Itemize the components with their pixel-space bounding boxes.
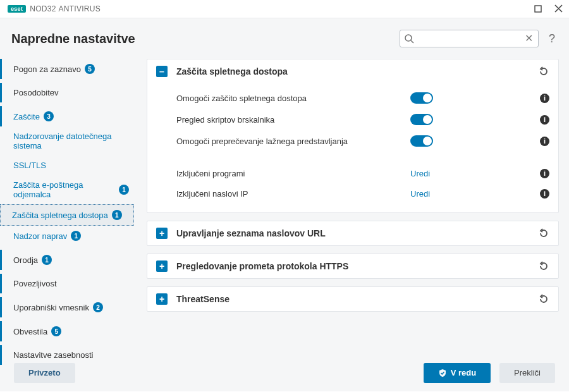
sidebar-item-web-access-protection[interactable]: Zaščita spletnega dostopa 1 bbox=[0, 204, 134, 226]
cancel-button[interactable]: Prekliči bbox=[499, 363, 555, 383]
panel-header-web-access[interactable]: – Zaščita spletnega dostopa bbox=[147, 59, 558, 83]
sidebar-item-update[interactable]: Posodobitev bbox=[0, 83, 134, 102]
row-excluded-ip: Izključeni naslovi IP Uredi i bbox=[176, 183, 549, 204]
default-button[interactable]: Privzeto bbox=[14, 363, 75, 383]
sidebar-item-label: Nastavitve zasebnosti bbox=[13, 350, 93, 360]
sidebar-item-notifications[interactable]: Obvestila 5 bbox=[0, 321, 134, 341]
sidebar-item-email-protection[interactable]: Zaščita e-poštnega odjemalca 1 bbox=[0, 175, 134, 204]
sidebar: Pogon za zaznavo 5 Posodobitev Zaščite 3… bbox=[0, 56, 139, 353]
info-icon[interactable]: i bbox=[540, 114, 549, 125]
expand-icon[interactable]: + bbox=[156, 293, 168, 305]
sidebar-item-detection-engine[interactable]: Pogon za zaznavo 5 bbox=[0, 59, 134, 79]
edit-excluded-ip-link[interactable]: Uredi bbox=[410, 189, 430, 199]
row-label: Izključeni programi bbox=[176, 169, 410, 178]
info-icon[interactable]: i bbox=[540, 93, 549, 103]
info-icon[interactable]: i bbox=[540, 168, 549, 178]
panel-header-https[interactable]: + Pregledovanje prometa protokola HTTPS bbox=[147, 254, 558, 278]
page-title: Napredne nastavitve bbox=[11, 32, 135, 46]
row-label: Izključeni naslovi IP bbox=[176, 189, 410, 199]
sidebar-item-label: Uporabniški vmesnik bbox=[13, 303, 89, 312]
sidebar-item-protections[interactable]: Zaščite 3 bbox=[0, 106, 134, 126]
row-label: Omogoči zaščito spletnega dostopa bbox=[176, 94, 410, 103]
revert-icon[interactable] bbox=[538, 228, 549, 239]
sidebar-item-label: Zaščite bbox=[13, 112, 40, 121]
search-box[interactable]: ✕ bbox=[400, 30, 539, 47]
sidebar-item-privacy-settings[interactable]: Nastavitve zasebnosti bbox=[0, 345, 134, 365]
maximize-button[interactable] bbox=[532, 3, 544, 15]
row-label: Omogoči preprečevanje lažnega predstavlj… bbox=[176, 137, 410, 146]
sidebar-badge: 1 bbox=[42, 255, 52, 265]
brand-product: NOD32 ANTIVIRUS bbox=[30, 4, 101, 13]
svg-rect-0 bbox=[535, 6, 541, 12]
help-button[interactable]: ? bbox=[546, 32, 558, 46]
content-area: – Zaščita spletnega dostopa Omogoči zašč… bbox=[139, 56, 569, 353]
title-bar: eset NOD32 ANTIVIRUS bbox=[0, 0, 569, 18]
sidebar-badge: 2 bbox=[93, 302, 103, 312]
sidebar-item-label: Orodja bbox=[13, 255, 38, 265]
brand-product-text: NOD32 bbox=[30, 4, 56, 13]
ok-button-label: V redu bbox=[451, 368, 476, 377]
toggle-enable-web-access[interactable] bbox=[410, 92, 433, 104]
panel-title: Pregledovanje prometa protokola HTTPS bbox=[176, 261, 348, 271]
header-right: ✕ ? bbox=[400, 30, 558, 47]
sidebar-badge: 3 bbox=[44, 111, 54, 121]
sidebar-item-label: Povezljivost bbox=[13, 279, 57, 288]
main-body: Pogon za zaznavo 5 Posodobitev Zaščite 3… bbox=[0, 56, 569, 353]
sidebar-item-connectivity[interactable]: Povezljivost bbox=[0, 274, 134, 293]
panel-web-access-protection: – Zaščita spletnega dostopa Omogoči zašč… bbox=[147, 59, 559, 213]
sidebar-item-label: Nadzorovanje datotečnega sistema bbox=[13, 132, 129, 150]
search-input[interactable] bbox=[400, 30, 538, 47]
sidebar-badge: 1 bbox=[119, 185, 129, 195]
sidebar-item-ui[interactable]: Uporabniški vmesnik 2 bbox=[0, 297, 134, 317]
panel-header-url-mgmt[interactable]: + Upravljanje seznama naslovov URL bbox=[147, 221, 558, 245]
ok-button[interactable]: V redu bbox=[424, 363, 491, 383]
brand-eset-text: eset bbox=[11, 6, 23, 12]
sidebar-item-label: Nadzor naprav bbox=[13, 231, 67, 241]
brand-badge: eset bbox=[8, 5, 26, 13]
panel-title: Upravljanje seznama naslovov URL bbox=[176, 228, 326, 238]
sidebar-item-tools[interactable]: Orodja 1 bbox=[0, 250, 134, 270]
panel-header-threatsense[interactable]: + ThreatSense bbox=[147, 287, 558, 311]
sidebar-item-label: Obvestila bbox=[13, 327, 47, 336]
brand-suffix-text: ANTIVIRUS bbox=[58, 4, 101, 13]
revert-icon[interactable] bbox=[538, 293, 549, 305]
sidebar-badge: 5 bbox=[51, 326, 61, 336]
brand: eset NOD32 ANTIVIRUS bbox=[8, 4, 101, 13]
info-icon[interactable]: i bbox=[540, 136, 549, 146]
info-icon[interactable]: i bbox=[540, 188, 549, 199]
panel-threatsense: + ThreatSense bbox=[147, 286, 559, 312]
svg-point-1 bbox=[405, 35, 412, 41]
sidebar-badge: 5 bbox=[85, 64, 95, 74]
row-excluded-programs: Izključeni programi Uredi i bbox=[176, 163, 549, 183]
edit-excluded-programs-link[interactable]: Uredi bbox=[410, 169, 430, 178]
window-controls bbox=[532, 3, 564, 15]
toggle-browser-script-scan[interactable] bbox=[410, 114, 433, 125]
shield-icon bbox=[438, 369, 447, 377]
panel-body-web-access: Omogoči zaščito spletnega dostopa i Preg… bbox=[147, 83, 558, 212]
panel-title: ThreatSense bbox=[176, 294, 229, 304]
collapse-icon[interactable]: – bbox=[156, 66, 168, 77]
svg-line-2 bbox=[411, 40, 413, 43]
sidebar-item-label: Zaščita e-poštnega odjemalca bbox=[13, 180, 115, 199]
sidebar-badge: 1 bbox=[71, 231, 81, 241]
close-button[interactable] bbox=[553, 3, 564, 15]
sidebar-item-ssl-tls[interactable]: SSL/TLS bbox=[0, 156, 134, 175]
row-anti-phishing: Omogoči preprečevanje lažnega predstavlj… bbox=[176, 130, 549, 152]
header: Napredne nastavitve ✕ ? bbox=[0, 18, 569, 56]
sidebar-item-label: Zaščita spletnega dostopa bbox=[12, 211, 108, 220]
panel-https-scanning: + Pregledovanje prometa protokola HTTPS bbox=[147, 254, 559, 279]
expand-icon[interactable]: + bbox=[156, 260, 168, 272]
panel-title: Zaščita spletnega dostopa bbox=[176, 66, 288, 77]
sidebar-item-device-control[interactable]: Nadzor naprav 1 bbox=[0, 226, 134, 246]
sidebar-item-label: SSL/TLS bbox=[13, 161, 46, 170]
row-enable-web-access: Omogoči zaščito spletnega dostopa i bbox=[176, 87, 549, 109]
revert-icon[interactable] bbox=[538, 66, 549, 77]
sidebar-item-filesystem-monitor[interactable]: Nadzorovanje datotečnega sistema bbox=[0, 126, 134, 156]
sidebar-badge: 1 bbox=[112, 210, 122, 220]
revert-icon[interactable] bbox=[538, 260, 549, 272]
search-clear-icon[interactable]: ✕ bbox=[523, 33, 534, 44]
search-icon bbox=[404, 34, 414, 44]
expand-icon[interactable]: + bbox=[156, 228, 168, 239]
sidebar-item-label: Pogon za zaznavo bbox=[13, 64, 81, 74]
toggle-anti-phishing[interactable] bbox=[410, 135, 433, 147]
